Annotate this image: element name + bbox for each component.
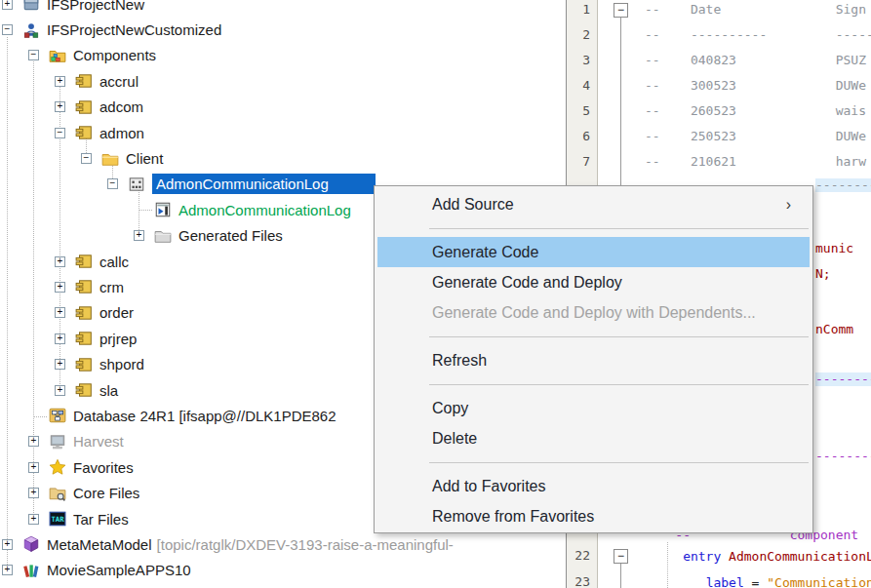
folder-gray-icon [154, 227, 172, 245]
menu-item-generate-code[interactable]: Generate Code [377, 237, 810, 267]
code-line: -- 210621 harw [645, 149, 866, 175]
tree-item-label: crm [99, 279, 124, 295]
expand-toggle[interactable]: − [2, 24, 13, 35]
expand-toggle[interactable]: − [55, 128, 65, 138]
components-folder-icon [49, 47, 66, 64]
menu-item-label: Generate Code and Deploy [432, 274, 622, 292]
project-icon [22, 0, 40, 13]
expand-toggle[interactable]: − [28, 50, 39, 60]
menu-separator [375, 219, 812, 237]
expand-toggle[interactable]: + [28, 462, 39, 473]
expand-toggle[interactable]: + [28, 514, 39, 525]
expand-toggle[interactable]: + [55, 256, 65, 267]
tree-item-label: accrul [99, 73, 139, 90]
expand-toggle[interactable]: − [81, 153, 92, 164]
menu-item-copy[interactable]: Copy [375, 393, 812, 423]
expand-toggle[interactable]: + [55, 307, 65, 318]
menu-separator-line [429, 336, 809, 337]
line-number: 3 [567, 48, 590, 73]
menu-item-label: Delete [432, 430, 477, 448]
menu-item-generate-code-and-deploy[interactable]: Generate Code and Deploy [375, 267, 812, 297]
expand-toggle[interactable]: + [55, 282, 65, 293]
tree-item-components[interactable]: −Components [0, 43, 566, 68]
expand-toggle[interactable]: + [55, 359, 65, 370]
code-line: -- 040823 PSUZ [645, 48, 866, 73]
tree-item-label: order [99, 304, 134, 321]
tree-item-label: Core Files [73, 485, 139, 501]
menu-item-add-to-favorites[interactable]: Add to Favorites [375, 471, 812, 501]
tree-item-label: AdmonCommunicationLog [178, 202, 351, 218]
line-number: 2 [567, 22, 590, 48]
code-token: "Communication [767, 575, 871, 588]
client-file-icon [154, 201, 172, 218]
menu-item-label: Remove from Favorites [432, 508, 594, 526]
menu-item-remove-from-favorites[interactable]: Remove from Favorites [375, 501, 812, 531]
svg-text:TAR: TAR [51, 515, 64, 524]
menu-item-label: Generate Code [432, 244, 538, 261]
component-icon [75, 356, 93, 373]
tree-item-accrul[interactable]: +accrul [0, 68, 566, 94]
expand-toggle[interactable]: + [55, 76, 65, 87]
movie-icon [22, 562, 40, 579]
tree-item-admon[interactable]: −admon [0, 120, 566, 145]
folder-icon [101, 150, 119, 168]
tree-item-metametamodel[interactable]: +MetaMetaModel[topic/ratglk/DXDEV-3193-r… [0, 531, 566, 557]
code-fragment: nComm [815, 323, 853, 336]
component-icon [75, 278, 93, 295]
tree-item-label: Harvest [73, 433, 124, 450]
tree-item-label: MetaMetaModel [47, 536, 152, 553]
menu-separator-line [429, 462, 809, 463]
fold-toggle-line-1[interactable]: − [614, 3, 628, 18]
expand-toggle[interactable]: + [134, 230, 144, 241]
tree-item-label: Client [126, 150, 163, 167]
code-fragment: ---------- [815, 178, 871, 192]
tree-item-label: sla [99, 382, 118, 399]
tree-item-label: admon [99, 125, 144, 141]
menu-item-label: Refresh [432, 352, 487, 370]
submenu-arrow-icon: › [786, 196, 812, 214]
menu-separator [375, 453, 812, 471]
fold-toggle-line-22[interactable]: − [614, 549, 628, 564]
computer-icon [49, 433, 66, 451]
line-number: 5 [567, 98, 590, 124]
expand-toggle[interactable]: + [55, 385, 65, 396]
code-fold-line [620, 564, 621, 588]
menu-separator-line [429, 228, 809, 229]
code-fragment: -------- [815, 450, 871, 463]
menu-item-label: Copy [432, 400, 468, 417]
component-icon [75, 124, 93, 141]
tree-connector [28, 411, 39, 421]
tree-item-label: IFSProjectNew [47, 0, 144, 13]
tree-item-ifsprojectnewcustomized[interactable]: −IFSProjectNewCustomized [0, 17, 566, 42]
menu-item-label: Generate Code and Deploy with Dependents… [432, 304, 756, 322]
expand-toggle[interactable]: + [55, 333, 65, 344]
menu-item-delete[interactable]: Delete [375, 423, 812, 453]
expand-toggle[interactable]: + [2, 565, 13, 575]
code-fragment: N; [815, 267, 831, 281]
tree-item-moviesampleapps10[interactable]: +MovieSampleAPPS10 [0, 558, 566, 583]
expand-toggle[interactable]: − [107, 178, 118, 189]
expand-toggle[interactable]: + [28, 436, 39, 447]
line-number: 6 [567, 124, 590, 149]
code-token [645, 575, 706, 588]
folder-search-icon [49, 485, 66, 502]
component-icon [75, 72, 93, 90]
tree-item-client[interactable]: −Client [0, 145, 566, 171]
tree-item-ifsprojectnew[interactable]: +IFSProjectNew [0, 0, 566, 17]
expand-toggle[interactable]: + [28, 488, 39, 498]
line-number: 23 [567, 569, 590, 588]
star-icon [49, 458, 66, 476]
component-icon [75, 98, 93, 116]
menu-item-refresh[interactable]: Refresh [375, 345, 812, 375]
tree-item-adcom[interactable]: +adcom [0, 95, 566, 120]
expand-toggle[interactable]: + [2, 539, 13, 550]
tree-item-label: AdmonCommunicationLog [152, 174, 376, 194]
tree-item-label: callc [99, 254, 129, 270]
tree-item-label: Components [73, 47, 156, 63]
menu-item-add-source[interactable]: Add Source› [375, 189, 812, 219]
expand-toggle[interactable]: + [2, 0, 13, 10]
code-line: -- 300523 DUWe [645, 73, 866, 98]
component-icon [75, 253, 93, 270]
component-icon [75, 304, 93, 322]
expand-toggle[interactable]: + [55, 101, 65, 112]
